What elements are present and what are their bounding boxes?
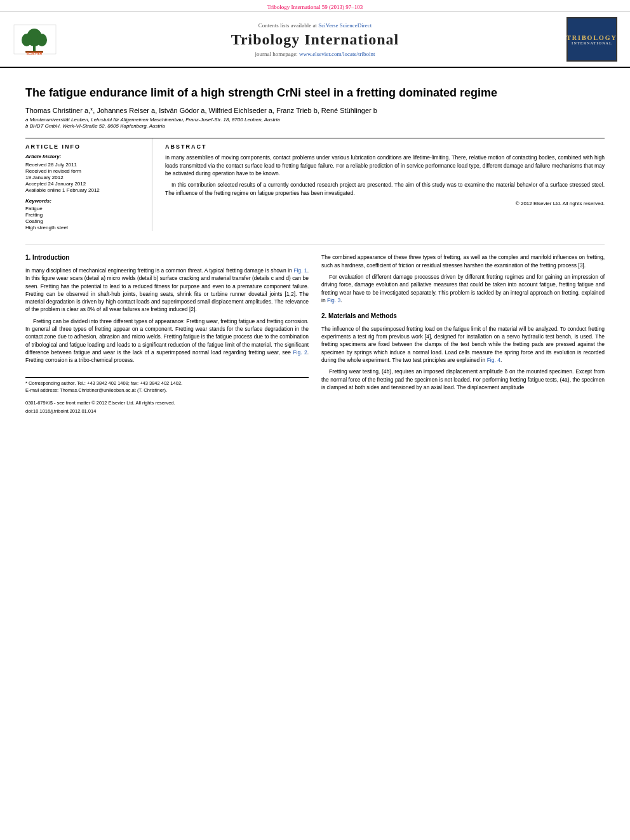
fig2-link[interactable]: Fig. 2	[293, 349, 307, 356]
fig3-link[interactable]: Fig. 3	[327, 297, 340, 303]
section1-title: 1. Introduction	[25, 253, 309, 263]
affiliation-a: a Montanuniversität Leoben, Lehrstuhl fü…	[25, 117, 605, 123]
banner-center: Contents lists available at SciVerse Sci…	[64, 22, 566, 57]
abstract-para-2: In this contribution selected results of…	[165, 181, 605, 197]
main-content: The fatigue endurance limit of a high st…	[0, 68, 630, 428]
elsevier-logo: ELSEVIER	[13, 23, 57, 55]
section2-title: 2. Materials and Methods	[321, 312, 605, 321]
contents-line: Contents lists available at SciVerse Sci…	[64, 22, 566, 29]
history-label: Article history:	[25, 154, 144, 159]
authors-text: Thomas Christiner a,*, Johannes Reiser a…	[25, 107, 377, 114]
elsevier-branding: ELSEVIER	[13, 23, 64, 55]
accepted-date: Accepted 24 January 2012	[25, 181, 144, 187]
keyword-1: Fatigue	[25, 206, 144, 211]
footnote-email: E-mail address: Thomas.Christiner@unileo…	[25, 387, 309, 394]
info-abstract-section: ARTICLE INFO Article history: Received 2…	[25, 138, 605, 231]
journal-title: Tribology International	[64, 31, 566, 48]
affiliation-b: b BHDT GmbH, Werk-VI-Straße 52, 8605 Kap…	[25, 123, 605, 129]
section2-para-2: Fretting wear testing, (4b), requires an…	[321, 368, 605, 391]
body-right-column: The combined appearance of these three t…	[321, 253, 605, 415]
keywords-label: Keywords:	[25, 198, 144, 204]
keyword-4: High strength steel	[25, 225, 144, 230]
abstract-header: ABSTRACT	[165, 143, 605, 150]
article-title: The fatigue endurance limit of a high st…	[25, 86, 605, 100]
journal-citation: Tribology International 59 (2013) 97–103	[267, 4, 363, 10]
footnote-corresponding: * Corresponding author. Tel.: +43 3842 4…	[25, 380, 309, 387]
section1-right-body: The combined appearance of these three t…	[321, 253, 605, 304]
copyright-line: © 2012 Elsevier Ltd. All rights reserved…	[165, 201, 605, 206]
svg-point-3	[22, 34, 32, 46]
issn-line: 0301-679X/$ - see front matter © 2012 El…	[25, 400, 309, 407]
section2-body: The influence of the superimposed fretti…	[321, 325, 605, 392]
available-date: Available online 1 February 2012	[25, 187, 144, 193]
intro-right-para-2: For evaluation of different damage proce…	[321, 273, 605, 304]
tribology-logo: TRIBOLOGY INTERNATIONAL	[566, 17, 617, 62]
revised-date: 19 January 2012	[25, 175, 144, 180]
keyword-2: Fretting	[25, 212, 144, 218]
sciverse-link[interactable]: SciVerse ScienceDirect	[318, 22, 372, 29]
svg-text:ELSEVIER: ELSEVIER	[27, 51, 43, 55]
article-info-header: ARTICLE INFO	[25, 143, 144, 150]
received-date: Received 28 July 2011	[25, 162, 144, 168]
fig1-link[interactable]: Fig. 1	[293, 267, 307, 274]
intro-para-2: Fretting can be divided into three diffe…	[25, 317, 309, 364]
body-left-column: 1. Introduction In many disciplines of m…	[25, 253, 309, 415]
footnote-area: * Corresponding author. Tel.: +43 3842 4…	[25, 377, 309, 394]
fig4-link[interactable]: Fig. 4	[487, 357, 500, 363]
keyword-3: Coating	[25, 218, 144, 224]
logo-text: TRIBOLOGY	[566, 34, 617, 41]
homepage-line: journal homepage: www.elsevier.com/locat…	[64, 51, 566, 57]
doi-line: doi:10.1016/j.triboint.2012.01.014	[25, 408, 309, 415]
received-revised-label: Received in revised form	[25, 168, 144, 174]
section2-para-1: The influence of the superimposed fretti…	[321, 325, 605, 364]
logo-sub: INTERNATIONAL	[572, 41, 612, 45]
body-section: 1. Introduction In many disciplines of m…	[25, 244, 605, 415]
article-info-column: ARTICLE INFO Article history: Received 2…	[25, 138, 152, 231]
journal-header: Tribology International 59 (2013) 97–103	[0, 0, 630, 12]
homepage-link[interactable]: www.elsevier.com/locate/triboint	[299, 51, 375, 57]
abstract-text: In many assemblies of moving components,…	[165, 154, 605, 197]
abstract-column: ABSTRACT In many assemblies of moving co…	[165, 138, 605, 231]
bottom-info: 0301-679X/$ - see front matter © 2012 El…	[25, 400, 309, 415]
section1-body: In many disciplines of mechanical engine…	[25, 267, 309, 364]
affiliations: a Montanuniversität Leoben, Lehrstuhl fü…	[25, 117, 605, 129]
abstract-para-1: In many assemblies of moving components,…	[165, 154, 605, 177]
intro-right-para-1: The combined appearance of these three t…	[321, 253, 605, 269]
authors: Thomas Christiner a,*, Johannes Reiser a…	[25, 107, 605, 114]
svg-point-4	[37, 34, 47, 46]
intro-para-1: In many disciplines of mechanical engine…	[25, 267, 309, 314]
journal-banner: ELSEVIER Contents lists available at Sci…	[0, 12, 630, 68]
